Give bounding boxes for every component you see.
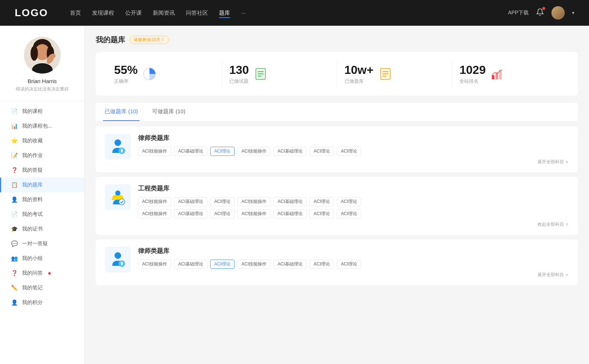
qbank-card-0: 律师类题库ACI技能操作ACI基础理论ACI理论ACI技能操作ACI基础理论AC… [96, 126, 578, 172]
qbank-card-2: 律师类题库ACI技能操作ACI基础理论ACI理论ACI技能操作ACI基础理论AC… [96, 239, 578, 285]
logo[interactable]: LOGO [15, 7, 48, 19]
tag2-1-6[interactable]: ACI理论 [337, 209, 361, 218]
done-questions-icon [253, 67, 268, 81]
sidebar-icon-12: ✏️ [11, 285, 18, 291]
tag-0-1[interactable]: ACI基础理论 [174, 147, 207, 156]
tag-1-4[interactable]: ACI基础理论 [274, 197, 307, 206]
sidebar-item-3[interactable]: 📝我的作业 [0, 148, 84, 163]
tag-0-4[interactable]: ACI基础理论 [274, 147, 307, 156]
sidebar-icon-11: ❓ [11, 270, 18, 276]
sidebar-label-2: 我的收藏 [22, 138, 43, 144]
tab-done[interactable]: 已做题库 (10) [103, 103, 140, 121]
tag2-1-2[interactable]: ACI理论 [210, 209, 234, 218]
tag2-1-0[interactable]: ACI技能操作 [138, 209, 171, 218]
qbank-title-2: 律师类题库 [138, 247, 569, 255]
tag-0-5[interactable]: ACI理论 [310, 147, 334, 156]
tag-2-6[interactable]: ACI理论 [337, 260, 361, 269]
expand-link-0[interactable]: 展开全部科目 ∨ [138, 159, 569, 165]
menu-red-dot-11 [48, 272, 51, 275]
tag-0-2[interactable]: ACI理论 [210, 147, 234, 156]
tabs-row: 已做题库 (10) 可做题库 (10) [96, 103, 578, 121]
sidebar-icon-3: 📝 [11, 152, 18, 159]
qbank-title-0: 律师类题库 [138, 134, 569, 142]
sidebar-item-4[interactable]: ❓我的答疑 [0, 163, 84, 178]
nav-discover[interactable]: 发现课程 [92, 8, 114, 18]
nav-right: APP下载 ▾ [508, 6, 574, 19]
tag-0-3[interactable]: ACI技能操作 [237, 147, 271, 156]
nav-more[interactable]: ··· [241, 8, 246, 18]
tag-2-5[interactable]: ACI理论 [310, 260, 334, 269]
stat-ranking-value: 1029 [459, 63, 486, 77]
nav-news[interactable]: 新闻资讯 [153, 8, 175, 18]
tag-0-6[interactable]: ACI理论 [337, 147, 361, 156]
sidebar-icon-9: 💬 [11, 240, 18, 247]
username: Brian Harris [28, 78, 57, 84]
qbank-body-0: 律师类题库ACI技能操作ACI基础理论ACI理论ACI技能操作ACI基础理论AC… [138, 134, 569, 165]
avatar-svg [24, 37, 61, 74]
stat-ranking: 1029 全站排名 [452, 60, 567, 88]
stat-accuracy-value: 55% [114, 63, 138, 77]
sidebar-item-6[interactable]: 👤我的资料 [0, 192, 84, 207]
tag-1-6[interactable]: ACI理论 [337, 197, 361, 206]
sidebar-item-13[interactable]: 👤我的积分 [0, 295, 84, 310]
tag-0-0[interactable]: ACI技能操作 [138, 147, 171, 156]
expand-link-2[interactable]: 展开全部科目 ∨ [138, 272, 569, 278]
notification-dot [542, 7, 545, 10]
nav-qbank[interactable]: 题库 [219, 8, 230, 18]
sidebar-item-7[interactable]: 📄我的考试 [0, 207, 84, 222]
svg-rect-19 [499, 70, 502, 79]
tag2-1-4[interactable]: ACI基础理论 [274, 209, 307, 218]
avatar[interactable] [551, 6, 565, 19]
nav-opencourse[interactable]: 公开课 [125, 8, 142, 18]
tag-2-2[interactable]: ACI理论 [210, 260, 234, 269]
sidebar-item-12[interactable]: ✏️我的笔记 [0, 281, 84, 295]
lawyer-svg [109, 250, 127, 269]
sidebar-item-9[interactable]: 💬一对一答疑 [0, 236, 84, 251]
svg-point-3 [31, 46, 38, 61]
sidebar-item-1[interactable]: 📊我的课程包... [0, 119, 84, 133]
user-avatar [24, 37, 61, 74]
nav-home[interactable]: 首页 [70, 8, 81, 18]
tag-2-0[interactable]: ACI技能操作 [138, 260, 171, 269]
sidebar-item-11[interactable]: ❓我的问答 [0, 266, 84, 281]
svg-point-7 [51, 54, 56, 58]
expand-link-1[interactable]: 收起全部科目 ∧ [138, 221, 569, 228]
sidebar-label-12: 我的笔记 [22, 285, 43, 291]
tag-2-3[interactable]: ACI技能操作 [237, 260, 271, 269]
sidebar-item-10[interactable]: 👥我的小组 [0, 251, 84, 266]
tag-2-1[interactable]: ACI基础理论 [174, 260, 207, 269]
stat-accuracy-label: 正确率 [114, 78, 138, 85]
sidebar-label-11: 我的问答 [22, 270, 43, 276]
sidebar-label-0: 我的课程 [22, 108, 43, 115]
app-download-link[interactable]: APP下载 [508, 10, 529, 16]
svg-point-23 [115, 190, 120, 196]
navbar: LOGO 首页 发现课程 公开课 新闻资讯 问答社区 题库 ··· APP下载 … [0, 0, 589, 26]
tab-available[interactable]: 可做题库 (10) [151, 103, 187, 121]
tag-1-1[interactable]: ACI基础理论 [174, 197, 207, 206]
lawyer-svg [109, 138, 127, 156]
nav-qa[interactable]: 问答社区 [186, 8, 208, 18]
sidebar-item-2[interactable]: ⭐我的收藏 [0, 133, 84, 148]
sidebar: Brian Harris 错误的决定比没有决定要好 📄我的课程📊我的课程包...… [0, 26, 85, 364]
sidebar-item-0[interactable]: 📄我的课程 [0, 104, 84, 119]
avatar-image [551, 6, 565, 19]
user-motto: 错误的决定比没有决定要好 [16, 86, 69, 92]
sidebar-label-7: 我的考试 [22, 211, 43, 218]
tag2-1-5[interactable]: ACI理论 [310, 209, 334, 218]
tag-1-3[interactable]: ACI技能操作 [237, 197, 271, 206]
notification-bell[interactable] [536, 8, 544, 18]
svg-point-25 [114, 252, 121, 259]
tag-1-0[interactable]: ACI技能操作 [138, 197, 171, 206]
sidebar-item-8[interactable]: 🎓我的证书 [0, 222, 84, 236]
tag2-1-3[interactable]: ACI技能操作 [237, 209, 271, 218]
nav-avatar-dropdown[interactable]: ▾ [572, 10, 574, 15]
sidebar-item-5[interactable]: 📋我的题库 [0, 178, 84, 192]
stat-done-banks-value: 10w+ [345, 63, 374, 77]
tag-1-2[interactable]: ACI理论 [210, 197, 234, 206]
engineer-svg [109, 188, 127, 206]
page-header: 我的题库 体验剩余23天！ [96, 35, 578, 45]
main-content: 我的题库 体验剩余23天！ 55% 正确率 [85, 26, 589, 364]
tag2-1-1[interactable]: ACI基础理论 [174, 209, 207, 218]
tag-1-5[interactable]: ACI理论 [310, 197, 334, 206]
tag-2-4[interactable]: ACI基础理论 [274, 260, 307, 269]
